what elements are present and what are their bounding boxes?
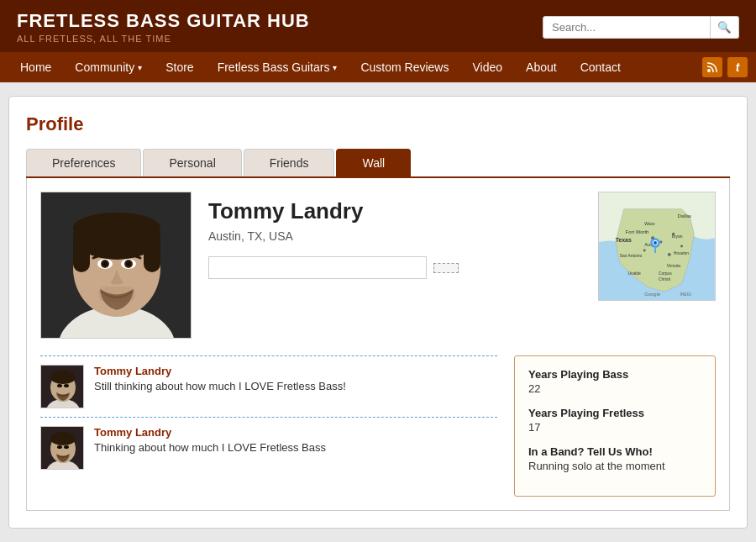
stat-value: 22 bbox=[528, 382, 701, 395]
profile-name: Tommy Landry bbox=[208, 198, 581, 224]
post-content: Tommy Landry Still thinking about how mu… bbox=[94, 365, 346, 408]
svg-point-54 bbox=[64, 445, 69, 449]
svg-text:INEGI: INEGI bbox=[680, 292, 691, 297]
search-area: 🔍 bbox=[543, 16, 739, 39]
search-input[interactable] bbox=[543, 16, 711, 39]
profile-top: Tommy Landry Austin, TX, USA bbox=[40, 192, 716, 339]
svg-point-20 bbox=[643, 249, 646, 251]
profile-location: Austin, TX, USA bbox=[208, 229, 581, 243]
stat-label: In a Band? Tell Us Who! bbox=[528, 445, 701, 458]
svg-point-47 bbox=[64, 384, 69, 387]
svg-text:Dallas: Dallas bbox=[678, 213, 691, 218]
svg-point-53 bbox=[57, 445, 62, 449]
profile-info: Tommy Landry Austin, TX, USA bbox=[208, 192, 581, 339]
list-item: Tommy Landry Thinking about how much I L… bbox=[40, 417, 497, 478]
nav-item-home[interactable]: Home bbox=[8, 52, 63, 82]
nav-item-fretless[interactable]: Fretless Bass Guitars ▾ bbox=[206, 52, 349, 82]
wall-post-input[interactable] bbox=[208, 256, 427, 279]
post-content: Tommy Landry Thinking about how much I L… bbox=[94, 426, 326, 470]
stat-years-bass: Years Playing Bass 22 bbox=[528, 368, 701, 395]
site-title: FRETLESS BASS GUITAR HUB bbox=[17, 10, 310, 32]
tab-personal[interactable]: Personal bbox=[143, 149, 241, 176]
tab-preferences[interactable]: Preferences bbox=[26, 149, 141, 176]
svg-text:Victoria: Victoria bbox=[667, 264, 681, 268]
post-text: Still thinking about how much I LOVE Fre… bbox=[94, 380, 346, 392]
header: FRETLESS BASS GUITAR HUB ALL FRETLESS, A… bbox=[0, 0, 756, 52]
posts-section: Tommy Landry Still thinking about how mu… bbox=[40, 355, 497, 497]
nav-item-store[interactable]: Store bbox=[154, 52, 205, 82]
nav-item-community[interactable]: Community ▾ bbox=[63, 52, 154, 82]
stat-value: 17 bbox=[528, 421, 701, 434]
wall-post-area bbox=[208, 256, 581, 279]
twitter-icon[interactable]: t bbox=[727, 57, 748, 77]
tab-wall[interactable]: Wall bbox=[336, 149, 411, 176]
list-item: Tommy Landry Still thinking about how mu… bbox=[40, 355, 497, 417]
nav-item-custom-reviews[interactable]: Custom Reviews bbox=[349, 52, 460, 82]
post-author[interactable]: Tommy Landry bbox=[94, 365, 346, 377]
map-svg: Fort Worth Dallas Texas Waco Bryan Austi… bbox=[599, 192, 715, 300]
svg-point-22 bbox=[680, 245, 683, 248]
svg-text:Uvalde: Uvalde bbox=[628, 271, 642, 276]
map-area: Fort Worth Dallas Texas Waco Bryan Austi… bbox=[598, 192, 716, 301]
site-title-area: FRETLESS BASS GUITAR HUB ALL FRETLESS, A… bbox=[17, 10, 310, 44]
nav-item-about[interactable]: About bbox=[514, 52, 569, 82]
svg-point-14 bbox=[126, 261, 131, 266]
stat-label: Years Playing Fretless bbox=[528, 407, 701, 419]
svg-text:Bryan: Bryan bbox=[672, 234, 683, 239]
svg-text:Texas: Texas bbox=[616, 237, 632, 243]
tab-friends[interactable]: Friends bbox=[244, 149, 335, 176]
stat-band: In a Band? Tell Us Who! Running solo at … bbox=[528, 445, 701, 472]
svg-point-11 bbox=[102, 261, 108, 266]
chevron-down-icon: ▾ bbox=[138, 63, 142, 72]
content-wrapper: Profile Preferences Personal Friends Wal… bbox=[8, 96, 748, 529]
chevron-down-icon: ▾ bbox=[333, 63, 337, 72]
profile-bottom: Tommy Landry Still thinking about how mu… bbox=[40, 355, 716, 497]
svg-text:Waco: Waco bbox=[644, 222, 655, 226]
stats-section: Years Playing Bass 22 Years Playing Fret… bbox=[514, 355, 716, 497]
svg-text:Corpus: Corpus bbox=[659, 271, 672, 276]
svg-point-0 bbox=[707, 69, 711, 72]
avatar bbox=[40, 365, 84, 408]
svg-point-46 bbox=[57, 384, 62, 387]
stat-value: Running solo at the moment bbox=[528, 460, 701, 472]
tabs: Preferences Personal Friends Wall bbox=[26, 149, 730, 178]
svg-point-45 bbox=[50, 371, 76, 384]
post-text: Thinking about how much I LOVE Fretless … bbox=[94, 441, 326, 454]
profile-photo bbox=[40, 192, 192, 339]
nav-item-contact[interactable]: Contact bbox=[569, 52, 633, 82]
nav-item-video[interactable]: Video bbox=[460, 52, 514, 82]
svg-text:Google: Google bbox=[644, 292, 661, 297]
svg-text:Christi: Christi bbox=[659, 277, 670, 282]
nav-icons: t bbox=[702, 57, 748, 77]
svg-point-52 bbox=[50, 432, 76, 445]
wall-post-button[interactable] bbox=[433, 263, 459, 273]
svg-point-21 bbox=[668, 253, 671, 256]
page-title: Profile bbox=[26, 113, 730, 135]
stat-label: Years Playing Bass bbox=[528, 368, 701, 381]
avatar bbox=[40, 426, 84, 470]
nav: Home Community ▾ Store Fretless Bass Gui… bbox=[0, 52, 756, 82]
stat-years-fretless: Years Playing Fretless 17 bbox=[528, 407, 701, 434]
search-icon: 🔍 bbox=[717, 21, 732, 34]
post-author[interactable]: Tommy Landry bbox=[94, 426, 326, 439]
svg-point-8 bbox=[73, 213, 160, 243]
profile-body: Tommy Landry Austin, TX, USA bbox=[26, 178, 730, 511]
site-tagline: ALL FRETLESS, ALL THE TIME bbox=[17, 34, 310, 44]
stats-box: Years Playing Bass 22 Years Playing Fret… bbox=[514, 355, 716, 497]
svg-text:San Antonio: San Antonio bbox=[620, 254, 643, 258]
search-button[interactable]: 🔍 bbox=[711, 16, 739, 39]
svg-text:Houston: Houston bbox=[674, 251, 690, 255]
svg-point-40 bbox=[654, 241, 657, 245]
rss-icon[interactable] bbox=[702, 57, 722, 77]
svg-text:Fort Worth: Fort Worth bbox=[626, 229, 649, 234]
